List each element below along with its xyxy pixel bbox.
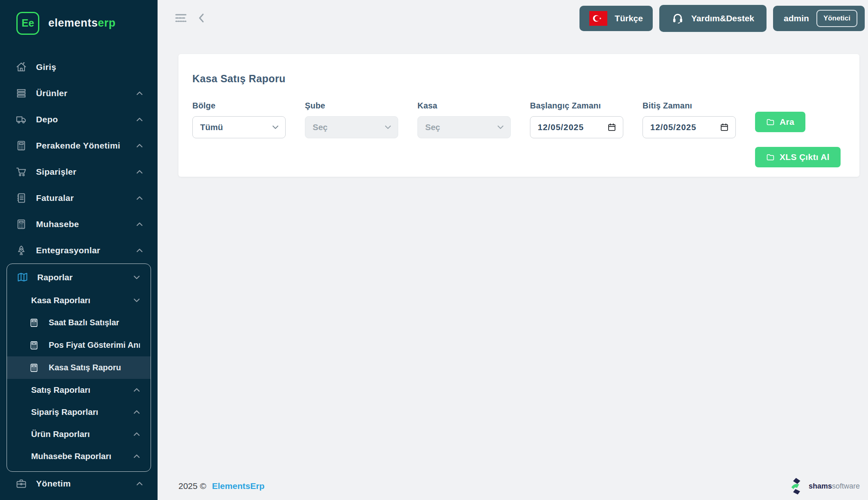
filter-row: Bölge Tümü Şube Seç Kasa — [192, 101, 845, 167]
chevron-down-icon — [133, 298, 140, 302]
search-button[interactable]: Ara — [755, 112, 805, 132]
sidebar-item-satis-raporlari[interactable]: Satış Raporları — [7, 379, 151, 401]
filter-bitis: Bitiş Zamanı 12/05/2025 — [643, 101, 736, 138]
sidebar-item-label: Faturalar — [36, 193, 74, 203]
region-select[interactable]: Tümü — [192, 116, 286, 138]
report-card: Kasa Satış Raporu Bölge Tümü Şube Seç — [178, 54, 859, 177]
turkey-flag-icon — [589, 11, 607, 26]
user-menu-button[interactable]: admin Yönetici — [773, 6, 865, 31]
sidebar-item-label: Ürün Raporları — [31, 429, 90, 439]
back-chevron-icon[interactable] — [197, 12, 206, 24]
sidebar-item-label: Kasa Raporları — [31, 295, 90, 305]
sidebar-item-muhasebe-raporlari[interactable]: Muhasebe Raporları — [7, 445, 151, 467]
chevron-up-icon — [133, 410, 140, 414]
vendor-name-light: software — [832, 482, 860, 490]
search-button-label: Ara — [780, 117, 794, 127]
folder-icon — [766, 118, 775, 126]
calculator-icon — [16, 218, 27, 230]
topbar-left — [174, 11, 206, 25]
chevron-up-icon — [136, 248, 143, 252]
sidebar-item-perakende[interactable]: Perakende Yönetimi — [0, 133, 158, 159]
sidebar-item-yonetim[interactable]: Yönetim — [0, 472, 158, 495]
sidebar-item-pos-fiyat-gosterimi[interactable]: Pos Fiyat Gösterimi Anı — [7, 334, 151, 356]
help-support-button[interactable]: Yardım&Destek — [658, 4, 767, 33]
sidebar-item-siparis-raporlari[interactable]: Sipariş Raporları — [7, 401, 151, 423]
map-icon — [17, 272, 28, 283]
cart-icon — [16, 166, 27, 178]
list-icon — [16, 88, 27, 99]
sidebar-item-muhasebe[interactable]: Muhasebe — [0, 211, 158, 237]
page-title: Kasa Satış Raporu — [192, 73, 845, 85]
sidebar-item-label: Yönetim — [36, 479, 71, 489]
folder-icon — [766, 153, 775, 162]
filter-label: Bitiş Zamanı — [643, 101, 736, 110]
topbar-right: Türkçe Yardım&Destek admin Yönetici — [579, 4, 865, 33]
brand-logo-mark: Ee — [16, 12, 39, 35]
sidebar-item-entegrasyonlar[interactable]: Entegrasyonlar — [0, 237, 158, 264]
elementserp-link[interactable]: ElementsErp — [212, 481, 264, 491]
chevron-up-icon — [133, 432, 140, 436]
branch-select-placeholder: Seç — [313, 122, 327, 132]
calendar-icon — [607, 123, 616, 132]
filter-label: Kasa — [417, 101, 511, 110]
branch-select[interactable]: Seç — [305, 116, 398, 138]
vendor-logo: shamssoftware — [789, 477, 860, 495]
region-select-value: Tümü — [200, 122, 223, 132]
vendor-name-bold: shams — [809, 482, 832, 490]
register-select[interactable]: Seç — [417, 116, 511, 138]
chevron-up-icon — [136, 222, 143, 226]
sidebar-item-label: Muhasebe — [36, 219, 79, 229]
sidebar-item-kasa-raporlari[interactable]: Kasa Raporları — [7, 289, 151, 311]
sidebar-item-depo[interactable]: Depo — [0, 106, 158, 133]
sidebar: Ee elementserp Giriş Ürünler Depo — [0, 0, 158, 500]
chevron-up-icon — [136, 482, 143, 486]
chevron-down-icon — [385, 125, 391, 129]
sidebar-item-giris[interactable]: Giriş — [0, 54, 158, 80]
language-label: Türkçe — [615, 14, 643, 23]
end-date-input[interactable]: 12/05/2025 — [643, 116, 736, 138]
brand-name: elementserp — [48, 17, 116, 29]
sidebar-item-label: Satış Raporları — [31, 385, 90, 395]
home-icon — [16, 61, 27, 73]
sidebar-item-raporlar[interactable]: Raporlar — [7, 266, 151, 289]
sidebar-item-urunler[interactable]: Ürünler — [0, 80, 158, 106]
filter-bolge: Bölge Tümü — [192, 101, 286, 138]
sidebar-item-siparisler[interactable]: Siparişler — [0, 159, 158, 185]
start-date-input[interactable]: 12/05/2025 — [530, 116, 623, 138]
filter-baslangic: Başlangıç Zamanı 12/05/2025 — [530, 101, 623, 138]
truck-icon — [16, 114, 27, 125]
language-button[interactable]: Türkçe — [579, 6, 653, 31]
sidebar-item-label: Depo — [36, 115, 58, 124]
xls-export-label: XLS Çıktı Al — [780, 152, 830, 162]
main-content: Türkçe Yardım&Destek admin Yönetici Kasa… — [158, 0, 868, 500]
sidebar-item-faturalar[interactable]: Faturalar — [0, 185, 158, 211]
chevron-up-icon — [136, 144, 143, 148]
menu-icon[interactable] — [174, 11, 188, 25]
sidebar-item-kasa-satis-raporu[interactable]: Kasa Satış Raporu — [7, 356, 151, 379]
xls-export-button[interactable]: XLS Çıktı Al — [755, 147, 841, 167]
sidebar-item-label: Giriş — [36, 62, 56, 72]
copyright-text: 2025 © — [178, 481, 206, 491]
chevron-down-icon — [497, 125, 504, 129]
calculator-icon — [29, 363, 39, 373]
sidebar-item-label: Kasa Satış Raporu — [49, 363, 121, 372]
filter-kasa: Kasa Seç — [417, 101, 511, 138]
filter-label: Şube — [305, 101, 398, 110]
end-date-value: 12/05/2025 — [650, 122, 697, 132]
brand-name-accent: erp — [98, 17, 116, 29]
invoice-icon — [16, 192, 27, 204]
sidebar-item-label: Sipariş Raporları — [31, 407, 98, 417]
filter-label: Başlangıç Zamanı — [530, 101, 623, 110]
chevron-up-icon — [136, 196, 143, 200]
chevron-up-icon — [133, 388, 140, 392]
sidebar-item-urun-raporlari[interactable]: Ürün Raporları — [7, 423, 151, 445]
shams-logo-icon — [789, 477, 805, 495]
sidebar-item-label: Muhasebe Raporları — [31, 451, 111, 461]
sidebar-item-saat-bazli-satislar[interactable]: Saat Bazlı Satışlar — [7, 311, 151, 334]
chevron-up-icon — [136, 170, 143, 174]
vendor-name: shamssoftware — [809, 482, 860, 491]
start-date-value: 12/05/2025 — [538, 122, 584, 132]
sidebar-item-label: Siparişler — [36, 167, 77, 177]
reports-group: Raporlar Kasa Raporları Saat Bazlı Satış… — [7, 264, 151, 472]
rocket-icon — [16, 245, 27, 256]
